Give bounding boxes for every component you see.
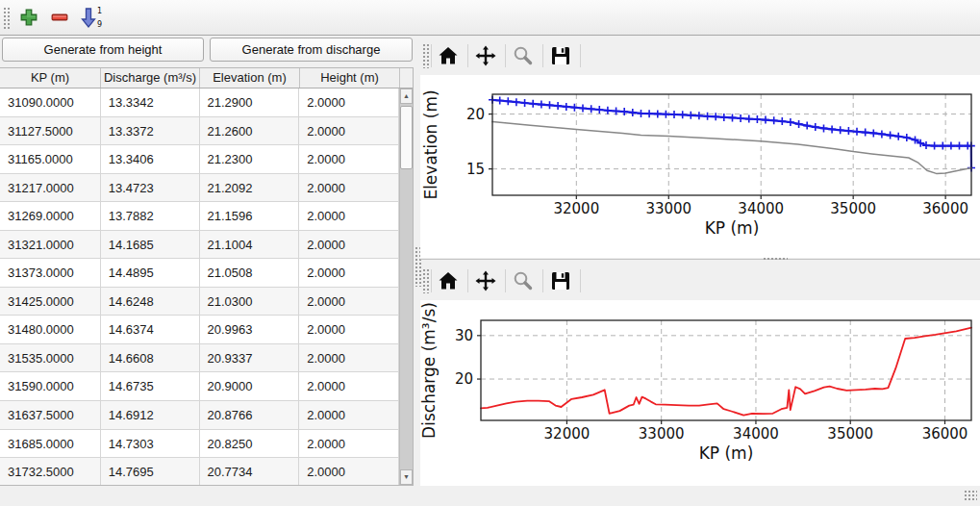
svg-text:32000: 32000 <box>544 425 591 443</box>
table-cell[interactable]: 2.0000 <box>299 89 399 117</box>
table-cell[interactable]: 31732.5000 <box>0 458 101 485</box>
table-cell[interactable]: 2.0000 <box>299 259 399 288</box>
discharge-chart[interactable]: 32000330003400035000360002030KP (m)Disch… <box>420 300 980 486</box>
table-cell[interactable]: 14.4895 <box>101 259 200 288</box>
table-cell[interactable]: 31535.0000 <box>0 344 101 373</box>
toolbar-drag-handle[interactable] <box>422 268 429 293</box>
table-cell[interactable]: 14.6912 <box>101 401 200 430</box>
table-cell[interactable]: 2.0000 <box>299 458 399 485</box>
table-cell[interactable]: 14.1685 <box>101 231 200 260</box>
home-button[interactable] <box>434 266 463 295</box>
table-cell[interactable]: 2.0000 <box>299 430 399 459</box>
chart-splitter-handle[interactable] <box>763 257 788 262</box>
table-cell[interactable]: 14.6248 <box>101 288 200 316</box>
table-cell[interactable]: 31480.0000 <box>0 316 101 344</box>
table-cell[interactable]: 31165.0000 <box>0 145 101 174</box>
svg-text:32000: 32000 <box>553 200 599 217</box>
svg-text:35000: 35000 <box>827 425 873 443</box>
table-scrollbar[interactable]: ▲ ▼ <box>399 89 413 485</box>
home-button[interactable] <box>434 41 463 70</box>
table-cell[interactable]: 14.7695 <box>101 458 200 485</box>
table-cell[interactable]: 20.8250 <box>200 430 300 459</box>
zoom-button[interactable] <box>509 41 538 70</box>
generate-from-discharge-button[interactable]: Generate from discharge <box>210 38 413 62</box>
table-cell[interactable]: 14.6608 <box>101 344 200 373</box>
save-button[interactable] <box>546 41 575 70</box>
table-cell[interactable]: 21.1596 <box>200 202 300 231</box>
table-cell[interactable]: 31127.5000 <box>0 117 101 146</box>
svg-text:9: 9 <box>97 20 102 29</box>
svg-text:KP (m): KP (m) <box>699 443 754 463</box>
scroll-thumb[interactable] <box>400 106 413 169</box>
table-cell[interactable]: 13.3372 <box>101 117 200 146</box>
table-cell[interactable]: 2.0000 <box>299 117 399 146</box>
table-cell[interactable]: 21.2092 <box>200 174 300 203</box>
table-cell[interactable]: 2.0000 <box>299 202 399 231</box>
table-cell[interactable]: 2.0000 <box>299 231 399 260</box>
column-header[interactable]: KP (m) <box>0 68 101 88</box>
table-cell[interactable]: 31425.0000 <box>0 288 101 316</box>
table-cell[interactable]: 31590.0000 <box>0 372 101 401</box>
zoom-button[interactable] <box>509 266 538 295</box>
table-cell[interactable]: 2.0000 <box>299 288 399 316</box>
table-cell[interactable]: 2.0000 <box>299 344 399 373</box>
table-cell[interactable]: 21.2600 <box>200 117 300 146</box>
table-row: 31535.000014.660820.93372.0000 <box>0 344 399 373</box>
zoom-icon <box>512 269 535 292</box>
table-cell[interactable]: 2.0000 <box>299 145 399 174</box>
table-cell[interactable]: 31090.0000 <box>0 89 101 117</box>
table-cell[interactable]: 20.9000 <box>200 372 300 401</box>
table-cell[interactable]: 13.4723 <box>101 174 200 203</box>
svg-text:33000: 33000 <box>639 425 685 443</box>
table-row: 31127.500013.337221.26002.0000 <box>0 117 399 146</box>
table-cell[interactable]: 20.9963 <box>200 316 300 344</box>
elevation-chart[interactable]: 32000330003400035000360001520KP (m)Eleva… <box>420 75 980 258</box>
pan-button[interactable] <box>471 41 500 70</box>
table-cell[interactable]: 21.1004 <box>200 231 300 260</box>
table-cell[interactable]: 20.8766 <box>200 401 300 430</box>
table-cell[interactable]: 2.0000 <box>299 174 399 203</box>
table-body: 31090.000013.334221.29002.000031127.5000… <box>0 89 399 485</box>
table-cell[interactable]: 14.6374 <box>101 316 200 344</box>
column-header[interactable]: Elevation (m) <box>200 68 300 88</box>
table-cell[interactable]: 31637.5000 <box>0 401 101 430</box>
table-cell[interactable]: 20.9337 <box>200 344 300 373</box>
table-cell[interactable]: 2.0000 <box>299 401 399 430</box>
table-cell[interactable]: 14.7303 <box>101 430 200 459</box>
pan-button[interactable] <box>471 266 500 295</box>
table-cell[interactable]: 31373.0000 <box>0 259 101 288</box>
column-header[interactable]: Height (m) <box>300 68 400 88</box>
scroll-up-button[interactable]: ▲ <box>400 89 413 104</box>
svg-text:Discharge (m³/s): Discharge (m³/s) <box>420 302 439 439</box>
table-cell[interactable]: 31217.0000 <box>0 174 101 203</box>
table-cell[interactable]: 13.3406 <box>101 145 200 174</box>
pan-icon <box>474 44 497 67</box>
add-row-button[interactable] <box>15 4 42 31</box>
table-cell[interactable]: 31321.0000 <box>0 231 101 260</box>
table-cell[interactable]: 2.0000 <box>299 316 399 344</box>
table-cell[interactable]: 31685.0000 <box>0 430 101 459</box>
window-resize-grip[interactable] <box>964 490 977 501</box>
toolbar-drag-handle[interactable] <box>422 43 429 68</box>
scroll-down-button[interactable]: ▼ <box>400 469 413 485</box>
generate-from-height-button[interactable]: Generate from height <box>2 38 204 62</box>
table-cell[interactable]: 21.2900 <box>200 89 300 117</box>
table-cell[interactable]: 2.0000 <box>299 372 399 401</box>
pan-icon <box>474 269 497 292</box>
table-cell[interactable]: 31269.0000 <box>0 202 101 231</box>
toolbar-drag-handle[interactable] <box>3 7 10 29</box>
table-cell[interactable]: 21.2300 <box>200 145 300 174</box>
table-cell[interactable]: 21.0300 <box>200 288 300 316</box>
column-header[interactable]: Discharge (m³/s) <box>101 68 200 88</box>
table-cell[interactable]: 20.7734 <box>200 458 300 485</box>
table-cell[interactable]: 13.3342 <box>101 89 200 117</box>
svg-text:1: 1 <box>97 7 102 15</box>
table-cell[interactable]: 14.6735 <box>101 372 200 401</box>
table-cell[interactable]: 21.0508 <box>200 259 300 288</box>
remove-row-button[interactable] <box>46 4 73 31</box>
sort-rows-button[interactable]: 1 9 <box>77 4 104 31</box>
svg-text:20: 20 <box>455 370 473 388</box>
table-cell[interactable]: 13.7882 <box>101 202 200 231</box>
save-button[interactable] <box>546 266 575 295</box>
svg-text:Elevation (m): Elevation (m) <box>421 89 440 199</box>
